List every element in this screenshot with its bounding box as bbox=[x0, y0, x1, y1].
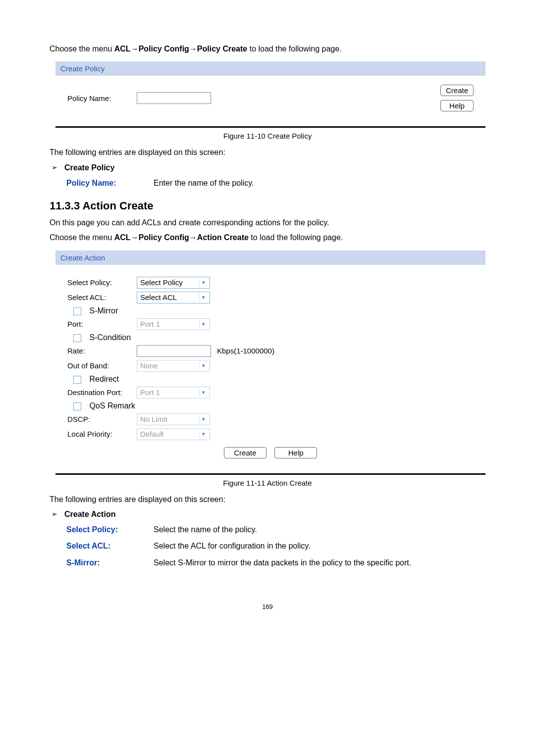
def-desc: Enter the name of the policy. bbox=[154, 177, 485, 189]
select-policy-dropdown[interactable]: Select Policy ▾ bbox=[137, 277, 210, 289]
destination-port-label: Destination Port: bbox=[67, 388, 137, 397]
chevron-down-icon: ▾ bbox=[199, 415, 208, 423]
select-acl-dropdown[interactable]: Select ACL ▾ bbox=[137, 292, 210, 303]
out-of-band-label: Out of Band: bbox=[67, 361, 137, 370]
qos-remark-label: QoS Remark bbox=[89, 402, 135, 410]
rate-unit: Kbps(1-1000000) bbox=[217, 347, 274, 355]
def-desc: Select S-Mirror to mirror the data packe… bbox=[154, 557, 485, 568]
select-value: Default bbox=[140, 430, 164, 438]
def-term: Select Policy: bbox=[66, 524, 154, 535]
chevron-down-icon: ▾ bbox=[199, 389, 208, 397]
create-button[interactable]: Create bbox=[224, 447, 267, 458]
page-number: 169 bbox=[50, 603, 485, 610]
rate-input[interactable] bbox=[137, 345, 211, 357]
def-term: S-Mirror: bbox=[66, 557, 154, 568]
local-priority-dropdown[interactable]: Default ▾ bbox=[137, 428, 210, 440]
port-label: Port: bbox=[67, 320, 137, 328]
figure-caption: Figure 11-10 Create Policy bbox=[50, 132, 485, 140]
select-value: Select Policy bbox=[140, 278, 183, 287]
menu-path: ACL→Policy Config→Action Create bbox=[114, 233, 249, 242]
destination-port-dropdown[interactable]: Port 1 ▾ bbox=[137, 387, 210, 399]
def-s-mirror: S-Mirror: Select S-Mirror to mirror the … bbox=[66, 557, 485, 568]
panel-title: Create Policy bbox=[55, 61, 485, 76]
chevron-down-icon: ▾ bbox=[199, 430, 208, 438]
smirror-checkbox[interactable] bbox=[73, 307, 81, 315]
bullet-label: Create Policy bbox=[64, 163, 114, 172]
create-policy-panel: Create Policy Policy Name: Create Help bbox=[55, 61, 485, 120]
select-value: No Limit bbox=[140, 415, 167, 423]
qos-remark-checkbox[interactable] bbox=[73, 403, 81, 410]
select-policy-label: Select Policy: bbox=[67, 278, 137, 287]
rate-label: Rate: bbox=[67, 347, 137, 355]
def-select-policy: Select Policy: Select the name of the po… bbox=[66, 524, 485, 535]
policy-name-input[interactable] bbox=[137, 92, 211, 104]
bullet-label: Create Action bbox=[64, 510, 115, 519]
text: Choose the menu bbox=[50, 233, 114, 242]
menu-path: ACL→Policy Config→Policy Create bbox=[114, 45, 248, 53]
figure-caption: Figure 11-11 Action Create bbox=[50, 479, 485, 487]
text: to load the following page. bbox=[249, 233, 343, 242]
local-priority-label: Local Priority: bbox=[67, 430, 137, 438]
help-button[interactable]: Help bbox=[274, 447, 317, 458]
action-intro: On this page you can add ACLs and create… bbox=[50, 217, 485, 228]
scondition-label: S-Condition bbox=[89, 333, 131, 342]
chevron-down-icon: ▾ bbox=[199, 320, 208, 328]
dscp-label: DSCP: bbox=[67, 415, 137, 423]
intro-action-create: Choose the menu ACL→Policy Config→Action… bbox=[50, 232, 485, 243]
dscp-dropdown[interactable]: No Limit ▾ bbox=[137, 413, 210, 425]
bullet-create-policy: ➢ Create Policy bbox=[52, 163, 485, 172]
select-value: None bbox=[140, 361, 158, 370]
divider bbox=[55, 473, 485, 475]
triangle-right-icon: ➢ bbox=[52, 163, 64, 171]
redirect-checkbox[interactable] bbox=[73, 376, 81, 384]
def-desc: Select the name of the policy. bbox=[154, 524, 485, 535]
create-action-panel: Create Action Select Policy: Select Poli… bbox=[55, 251, 485, 467]
def-select-acl: Select ACL: Select the ACL for configura… bbox=[66, 540, 485, 552]
triangle-right-icon: ➢ bbox=[52, 510, 64, 518]
chevron-down-icon: ▾ bbox=[199, 279, 208, 287]
port-dropdown[interactable]: Port 1 ▾ bbox=[137, 318, 210, 330]
help-button[interactable]: Help bbox=[440, 100, 474, 111]
section-heading-action-create: 11.3.3 Action Create bbox=[50, 200, 485, 212]
select-value: Port 1 bbox=[140, 388, 160, 397]
entries-text: The following entries are displayed on t… bbox=[50, 147, 485, 158]
smirror-label: S-Mirror bbox=[89, 306, 118, 315]
divider bbox=[55, 126, 485, 128]
entries-text: The following entries are displayed on t… bbox=[50, 494, 485, 505]
def-policy-name: Policy Name: Enter the name of the polic… bbox=[66, 177, 485, 189]
def-term: Select ACL: bbox=[66, 540, 154, 552]
panel-title: Create Action bbox=[55, 251, 485, 265]
scondition-checkbox[interactable] bbox=[73, 334, 81, 342]
intro-policy-create: Choose the menu ACL→Policy Config→Policy… bbox=[50, 44, 485, 54]
text: to load the following page. bbox=[247, 45, 341, 53]
create-button[interactable]: Create bbox=[440, 85, 474, 96]
select-value: Port 1 bbox=[140, 320, 160, 328]
text: Choose the menu bbox=[50, 45, 114, 53]
def-desc: Select the ACL for configuration in the … bbox=[154, 540, 485, 552]
chevron-down-icon: ▾ bbox=[199, 362, 208, 370]
redirect-label: Redirect bbox=[89, 375, 119, 383]
chevron-down-icon: ▾ bbox=[199, 294, 208, 302]
select-value: Select ACL bbox=[140, 293, 177, 302]
select-acl-label: Select ACL: bbox=[67, 293, 137, 302]
def-term: Policy Name: bbox=[66, 177, 154, 189]
policy-name-label: Policy Name: bbox=[67, 94, 137, 102]
bullet-create-action: ➢ Create Action bbox=[52, 510, 485, 519]
out-of-band-dropdown[interactable]: None ▾ bbox=[137, 360, 210, 372]
